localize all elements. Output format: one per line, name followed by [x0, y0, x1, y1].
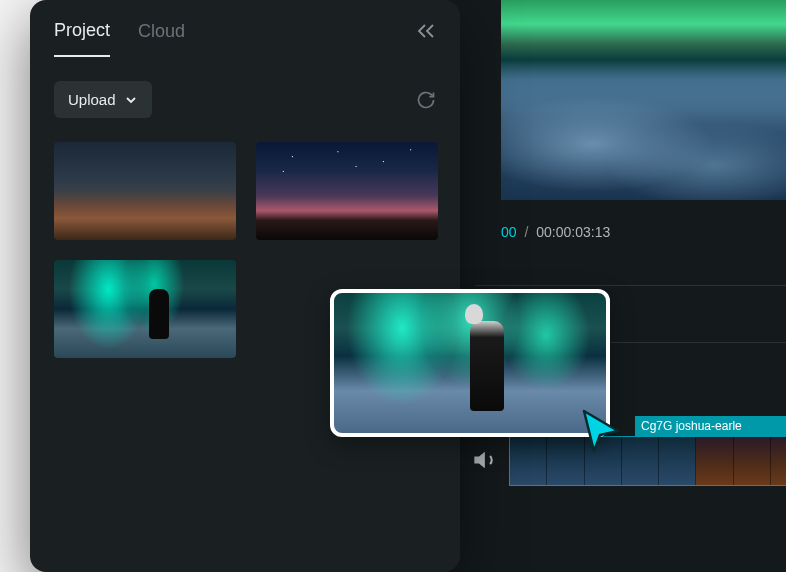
timeline-clip-label[interactable]: Cg7G joshua-earle	[635, 416, 786, 436]
timeline-frame[interactable]	[771, 437, 786, 485]
timeline-track[interactable]	[509, 436, 786, 486]
timecode-display: 00 / 00:00:03:13	[501, 224, 610, 240]
media-thumbnail[interactable]	[54, 142, 236, 240]
collapse-icon[interactable]	[416, 22, 436, 44]
upload-row: Upload	[30, 57, 460, 118]
timecode-current: 00	[501, 224, 517, 240]
timeline-frame[interactable]	[585, 437, 622, 485]
chevron-down-icon	[124, 93, 138, 107]
sound-icon[interactable]	[472, 446, 500, 474]
timeline-frame[interactable]	[510, 437, 547, 485]
timeline-frame[interactable]	[734, 437, 771, 485]
timeline-frame[interactable]	[659, 437, 696, 485]
upload-button[interactable]: Upload	[54, 81, 152, 118]
upload-button-label: Upload	[68, 91, 116, 108]
sidebar-tabs: Project Cloud	[30, 0, 460, 57]
timeline-frame[interactable]	[547, 437, 584, 485]
media-sidebar: Project Cloud Upload	[30, 0, 460, 572]
media-thumbnail[interactable]	[54, 260, 236, 358]
timecode-separator: /	[524, 224, 528, 240]
timecode-total: 00:00:03:13	[536, 224, 610, 240]
media-thumbnail[interactable]	[256, 142, 438, 240]
divider	[475, 285, 786, 286]
drag-preview-thumbnail[interactable]	[330, 289, 610, 437]
preview-panel: 00 / 00:00:03:13 Cg7G joshua-earle	[445, 0, 786, 572]
tab-cloud[interactable]: Cloud	[138, 21, 185, 56]
tab-project[interactable]: Project	[54, 20, 110, 57]
timeline-frame[interactable]	[696, 437, 733, 485]
timeline-frame[interactable]	[622, 437, 659, 485]
refresh-icon[interactable]	[416, 90, 436, 110]
preview-viewport[interactable]	[501, 0, 786, 200]
